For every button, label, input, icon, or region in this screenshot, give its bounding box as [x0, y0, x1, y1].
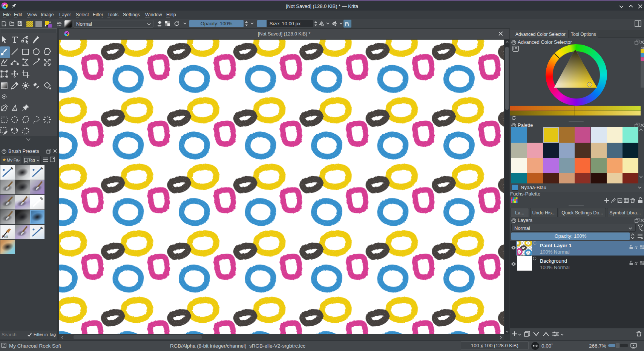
svg-text:Folk: Folk [2, 235, 8, 239]
